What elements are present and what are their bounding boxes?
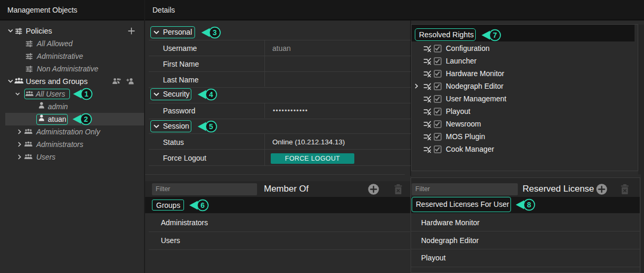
svg-text:6: 6 <box>201 201 205 209</box>
svg-text:7: 7 <box>493 30 497 39</box>
svg-text:2: 2 <box>84 115 88 123</box>
svg-text:4: 4 <box>209 90 213 99</box>
svg-text:3: 3 <box>212 28 217 37</box>
svg-text:5: 5 <box>209 122 213 130</box>
svg-text:1: 1 <box>84 89 88 98</box>
svg-text:8: 8 <box>527 201 531 209</box>
